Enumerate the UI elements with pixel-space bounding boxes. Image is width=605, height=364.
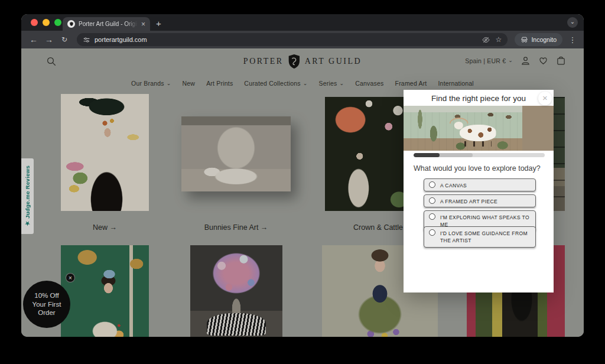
option-a-framed-art-piece[interactable]: A FRAMED ART PIECE	[424, 194, 536, 207]
incognito-badge: Incognito	[515, 33, 562, 46]
collection-link-bunnies-fine-art[interactable]: Bunnies Fine Art →	[181, 223, 291, 233]
forward-icon[interactable]: →	[43, 35, 56, 44]
artwork-bunnies-interior[interactable]	[181, 116, 291, 191]
logo-crest-icon	[288, 54, 301, 69]
logo-text-left: PORTER	[243, 57, 284, 66]
option-a-canvas[interactable]: A CANVAS	[424, 178, 536, 191]
browser-menu-icon[interactable]: ⋮	[567, 35, 578, 44]
zebra-figure	[207, 313, 266, 336]
longhorn-cow-figure	[460, 125, 496, 141]
address-bar[interactable]: porterartguild.com ☆	[77, 33, 508, 46]
chevron-down-icon: ⌄	[167, 81, 171, 86]
nav-curated-collections[interactable]: Curated Collections⌄	[244, 80, 307, 87]
option-guidance-from-the-artist[interactable]: I'D LOVE SOME GUIDANCE FROM THE ARTIST	[424, 226, 536, 248]
judgeme-star-icon: ★	[24, 219, 31, 227]
modal-title: Find the right piece for you	[404, 94, 554, 103]
site-header: PORTER ART GUILD Spain | EUR € ⌄	[21, 48, 584, 76]
progress-fill	[414, 153, 440, 157]
bookmark-star-icon[interactable]: ☆	[496, 35, 502, 44]
window-close-button[interactable]	[31, 19, 38, 26]
nav-new[interactable]: New	[183, 80, 196, 87]
judgeme-label: Judge.me Reviews	[24, 165, 31, 219]
nav-art-prints[interactable]: Art Prints	[206, 80, 233, 87]
chevron-down-icon: ⌄	[303, 81, 308, 86]
chevron-down-icon: ⌄	[508, 58, 513, 63]
radio-icon[interactable]	[429, 197, 435, 204]
incognito-label: Incognito	[531, 36, 557, 43]
window-zoom-button[interactable]	[54, 19, 61, 26]
tab-strip: Porter Art Guild - Original Exc × + ⌄	[21, 14, 584, 31]
cow-horns	[450, 118, 469, 124]
account-icon[interactable]	[521, 56, 531, 66]
tab-favicon-shield-icon	[67, 20, 75, 28]
discount-close-icon[interactable]: ×	[66, 273, 75, 282]
incognito-icon	[521, 37, 528, 43]
quiz-question: What would you love to explore today?	[414, 164, 541, 173]
discount-line2: Your First	[32, 300, 61, 309]
radio-icon[interactable]	[429, 229, 435, 236]
quiz-modal: × Find the right piece for you What woul…	[404, 90, 554, 292]
logo-text-right: ART GUILD	[305, 57, 362, 66]
back-icon[interactable]: ←	[27, 35, 40, 44]
nav-our-brands[interactable]: Our Brands⌄	[131, 80, 171, 87]
discount-badge[interactable]: 10% Off Your First Order	[23, 281, 70, 328]
radio-icon[interactable]	[429, 213, 435, 220]
window-minimize-button[interactable]	[43, 19, 50, 26]
new-tab-icon[interactable]: +	[156, 18, 161, 30]
tab-title: Porter Art Guild - Original Exc	[79, 21, 138, 27]
url-text: porterartguild.com	[95, 36, 478, 43]
nav-framed-art[interactable]: Framed Art	[395, 80, 427, 87]
radio-icon[interactable]	[429, 181, 435, 188]
site-logo[interactable]: PORTER ART GUILD	[243, 54, 362, 69]
page-content: PORTER ART GUILD Spain | EUR € ⌄	[21, 48, 584, 337]
collection-link-new[interactable]: New →	[61, 223, 149, 233]
nav-canvases[interactable]: Canvases	[355, 80, 383, 87]
eye-off-icon[interactable]	[482, 36, 490, 44]
wishlist-heart-icon[interactable]	[538, 56, 548, 66]
nav-series[interactable]: Series⌄	[319, 80, 344, 87]
discount-line1: 10% Off	[34, 291, 58, 300]
site-settings-icon[interactable]	[83, 36, 90, 44]
artwork-crown-woman[interactable]	[61, 245, 149, 337]
quiz-progress-bar	[414, 153, 545, 157]
modal-hero-image-longhorn-barn	[404, 106, 554, 151]
browser-window: Porter Art Guild - Original Exc × + ⌄ ← …	[21, 14, 584, 337]
tab-close-icon[interactable]: ×	[141, 21, 145, 28]
judgeme-reviews-tab[interactable]: ★ Judge.me Reviews	[21, 158, 34, 234]
reload-icon[interactable]: ↻	[58, 35, 71, 44]
discount-line3: Order	[38, 308, 55, 317]
main-nav: Our Brands⌄ New Art Prints Curated Colle…	[21, 76, 584, 91]
tab-search-chevron-icon[interactable]: ⌄	[567, 17, 578, 28]
artwork-zebra-floral[interactable]	[190, 245, 282, 337]
browser-tab[interactable]: Porter Art Guild - Original Exc ×	[63, 17, 150, 31]
nav-international[interactable]: International	[438, 80, 473, 87]
modal-close-icon[interactable]: ×	[538, 92, 552, 105]
cart-bag-icon[interactable]	[556, 56, 566, 66]
artwork-crow-portrait[interactable]	[61, 94, 149, 211]
traffic-lights	[31, 19, 61, 26]
chevron-down-icon: ⌄	[340, 81, 344, 86]
search-icon[interactable]	[46, 56, 57, 67]
browser-toolbar: ← → ↻ porterartguild.com ☆ Incognito	[21, 31, 584, 48]
locale-label: Spain | EUR €	[465, 57, 506, 64]
locale-selector[interactable]: Spain | EUR € ⌄	[465, 57, 513, 64]
